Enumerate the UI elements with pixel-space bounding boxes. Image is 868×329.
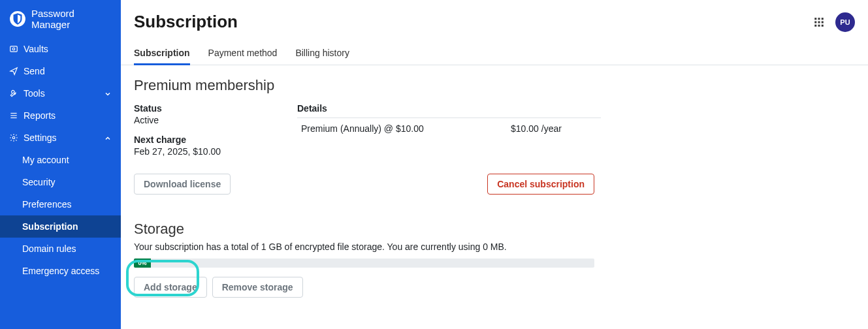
svg-rect-1 — [10, 46, 18, 52]
content-body: Premium membership Status Active Next ch… — [121, 65, 868, 309]
shield-logo-icon — [9, 10, 26, 27]
app-grid-icon[interactable] — [813, 16, 825, 28]
premium-col-left: Status Active Next charge Feb 27, 2025, … — [134, 103, 291, 166]
storage-progress: 0% — [134, 258, 594, 268]
svg-point-2 — [12, 48, 15, 50]
storage-description: Your subscription has a total of 1 GB of… — [134, 242, 855, 252]
sidebar-item-tools[interactable]: Tools — [0, 82, 121, 104]
remove-storage-button[interactable]: Remove storage — [212, 277, 303, 298]
nav-label: Settings — [24, 133, 99, 143]
nav-sub-label: Subscription — [22, 221, 78, 232]
nav-sub-label: Preferences — [22, 199, 71, 210]
premium-columns: Status Active Next charge Feb 27, 2025, … — [134, 103, 855, 166]
brand: Password Manager — [0, 0, 121, 38]
wrench-icon — [9, 89, 18, 98]
storage-progress-bar: 0% — [134, 258, 151, 268]
premium-heading: Premium membership — [134, 77, 855, 94]
nav-sub-label: My account — [22, 155, 69, 165]
details-row: Premium (Annually) @ $10.00 $10.00 /year — [297, 118, 601, 140]
tab-billing-history[interactable]: Billing history — [295, 42, 349, 65]
sidebar-item-reports[interactable]: Reports — [0, 104, 121, 127]
sidebar-sub-security[interactable]: Security — [0, 171, 121, 193]
sidebar-sub-emergency-access[interactable]: Emergency access — [0, 260, 121, 282]
page-title: Subscription — [134, 12, 238, 32]
sidebar-sub-preferences[interactable]: Preferences — [0, 193, 121, 215]
nav-sub-label: Domain rules — [22, 243, 76, 254]
settings-subnav: My account Security Preferences Subscrip… — [0, 149, 121, 282]
sidebar-item-settings[interactable]: Settings — [0, 127, 121, 149]
details-line: Premium (Annually) @ $10.00 — [297, 118, 485, 140]
nav-label: Tools — [24, 88, 99, 99]
vault-icon — [9, 44, 18, 54]
chevron-down-icon — [104, 89, 112, 97]
details-price: $10.00 /year — [485, 118, 601, 140]
premium-actions: Download license Cancel subscription — [134, 174, 594, 195]
download-license-button[interactable]: Download license — [134, 174, 231, 195]
svg-rect-15 — [822, 24, 824, 26]
nav-label: Reports — [24, 110, 112, 121]
sidebar-item-send[interactable]: Send — [0, 60, 121, 82]
add-storage-button[interactable]: Add storage — [134, 277, 207, 298]
tab-payment-method[interactable]: Payment method — [208, 42, 278, 65]
avatar[interactable]: PU — [835, 12, 855, 32]
sidebar-sub-my-account[interactable]: My account — [0, 149, 121, 171]
tab-label: Payment method — [208, 48, 278, 58]
premium-col-right: Details Premium (Annually) @ $10.00 $10.… — [297, 103, 601, 166]
svg-rect-10 — [814, 21, 816, 23]
sidebar-item-vaults[interactable]: Vaults — [0, 38, 121, 60]
storage-section: Storage Your subscription has a total of… — [134, 221, 855, 298]
storage-heading: Storage — [134, 221, 855, 238]
main-content: Subscription PU Subscription Payment met… — [121, 0, 868, 329]
tab-subscription[interactable]: Subscription — [134, 42, 190, 65]
tab-label: Subscription — [134, 48, 190, 58]
sidebar: Password Manager Vaults Send Tools — [0, 0, 121, 329]
page-header: Subscription PU — [121, 0, 868, 39]
cancel-subscription-button[interactable]: Cancel subscription — [487, 174, 594, 195]
avatar-initials: PU — [840, 18, 850, 26]
brand-text: Password Manager — [31, 8, 112, 30]
gear-icon — [9, 133, 18, 142]
next-charge-value: Feb 27, 2025, $10.00 — [134, 146, 291, 157]
tabs: Subscription Payment method Billing hist… — [121, 42, 868, 65]
svg-point-6 — [12, 136, 15, 139]
next-charge-label: Next charge — [134, 134, 291, 145]
nav-label: Vaults — [24, 44, 112, 54]
details-header: Details — [297, 103, 601, 118]
send-icon — [9, 67, 18, 76]
svg-rect-7 — [814, 18, 816, 20]
sidebar-sub-subscription[interactable]: Subscription — [0, 215, 121, 238]
nav-sub-label: Security — [22, 177, 56, 187]
nav-sub-label: Emergency access — [22, 266, 99, 276]
header-actions: PU — [813, 12, 855, 32]
svg-rect-11 — [818, 21, 820, 23]
chevron-up-icon — [104, 134, 112, 142]
nav: Vaults Send Tools Reports — [0, 38, 121, 149]
status-label: Status — [134, 103, 291, 114]
nav-label: Send — [24, 66, 112, 76]
svg-rect-12 — [822, 21, 824, 23]
svg-rect-13 — [814, 24, 816, 26]
storage-buttons: Add storage Remove storage — [134, 277, 855, 298]
tab-label: Billing history — [295, 48, 349, 58]
svg-rect-9 — [822, 18, 824, 20]
details-table: Details Premium (Annually) @ $10.00 $10.… — [297, 103, 601, 139]
svg-rect-8 — [818, 18, 820, 20]
status-value: Active — [134, 115, 291, 125]
sidebar-sub-domain-rules[interactable]: Domain rules — [0, 238, 121, 260]
reports-icon — [9, 111, 18, 120]
svg-rect-14 — [818, 24, 820, 26]
